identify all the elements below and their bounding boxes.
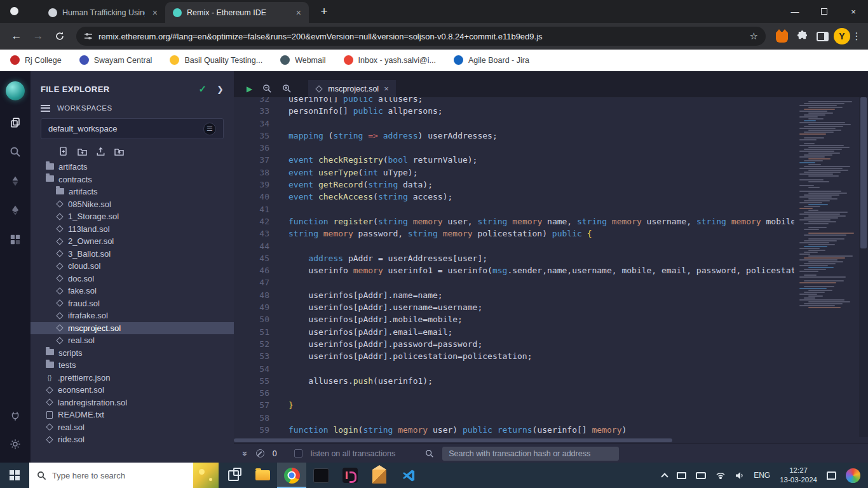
tree-item-doc-sol[interactable]: doc.sol (31, 273, 234, 285)
new-folder-icon[interactable] (78, 147, 87, 156)
tab-close-icon[interactable]: × (294, 8, 304, 18)
file-explorer-app[interactable] (248, 463, 277, 488)
listen-transactions-checkbox[interactable] (294, 449, 302, 458)
tree-item-085nike-sol[interactable]: 085Nike.sol (31, 198, 234, 211)
file-explorer-icon[interactable] (8, 116, 22, 130)
search-icon[interactable] (8, 145, 22, 159)
horizontal-scrollbar-thumb[interactable] (234, 438, 672, 442)
tray-chevron-up-icon[interactable] (661, 473, 668, 480)
minimize-button[interactable]: — (780, 0, 810, 23)
browser-menu-icon[interactable]: ⋮ (851, 30, 862, 42)
plugin-manager-icon[interactable] (8, 409, 22, 423)
run-play-icon[interactable]: ▶ (247, 85, 252, 93)
workspace-select[interactable]: default_workspace ☰ (41, 118, 224, 139)
settings-gear-icon[interactable] (8, 437, 22, 451)
upload-file-icon[interactable] (97, 147, 105, 156)
code-area[interactable]: 32userinfo[] public allusers;33personInf… (234, 97, 859, 437)
keyboard-icon[interactable] (696, 472, 706, 479)
editor-tab-mscproject[interactable]: mscproject.sol × (308, 80, 395, 97)
tree-item-3-ballot-sol[interactable]: 3_Ballot.sol (31, 248, 234, 261)
vscode-app[interactable] (394, 463, 423, 488)
wifi-icon[interactable] (715, 471, 726, 479)
tree-item-artifacts[interactable]: artifacts (31, 186, 234, 198)
profile-avatar[interactable]: Y (834, 28, 850, 44)
task-view-button[interactable] (219, 463, 248, 488)
forward-button[interactable]: → (28, 26, 48, 46)
tree-item-real-sol[interactable]: real.sol (31, 334, 234, 347)
tree-item-econsent-sol[interactable]: econsent.sol (31, 384, 234, 396)
bookmark-item[interactable]: Swayam Central (79, 55, 153, 65)
taskbar-search[interactable]: Type here to search (29, 463, 219, 488)
bookmark-item[interactable]: Basil Quality Testing... (170, 55, 262, 65)
back-button[interactable]: ← (6, 26, 27, 46)
tune-icon[interactable] (84, 32, 93, 41)
color-wheel-icon[interactable] (846, 468, 860, 483)
dark-app[interactable] (306, 463, 336, 488)
upload-folder-icon[interactable] (114, 147, 124, 156)
tree-item-113land-sol[interactable]: 113land.sol (31, 223, 234, 236)
tree-item-tests[interactable]: tests (31, 359, 234, 372)
zoom-in-icon[interactable] (282, 84, 292, 93)
workspaces-menu-icon[interactable] (41, 105, 50, 112)
chrome-app[interactable] (277, 463, 306, 488)
reload-button[interactable] (50, 26, 70, 46)
chevron-right-icon[interactable]: ❯ (217, 85, 224, 94)
minimap[interactable] (794, 97, 859, 437)
language-indicator[interactable]: ENG (754, 471, 770, 480)
url-text[interactable]: remix.ethereum.org/#lang=en&optimize=fal… (98, 32, 744, 41)
fox-extension-icon[interactable] (776, 32, 788, 43)
maximize-button[interactable] (810, 0, 839, 23)
pink-letters-app[interactable] (336, 463, 365, 488)
tree-item-readme-txt[interactable]: README.txt (31, 409, 234, 421)
solidity-compiler-icon[interactable] (8, 174, 22, 188)
terminal-search-input[interactable] (442, 447, 619, 461)
start-button[interactable] (0, 463, 29, 488)
tree-item-cloud-sol[interactable]: cloud.sol (31, 260, 234, 273)
tab-close-icon[interactable]: × (150, 8, 160, 18)
bookmark-item[interactable]: Inbox - yash.salvi@i... (344, 55, 436, 65)
new-file-icon[interactable] (60, 147, 68, 156)
file-explorer-header: FILE EXPLORER ✓ ❯ (31, 80, 234, 98)
deploy-run-icon[interactable] (8, 203, 22, 217)
tree-item-artifacts[interactable]: artifacts (31, 161, 234, 173)
tree-item-1-storage-sol[interactable]: 1_Storage.sol (31, 210, 234, 223)
address-bar[interactable]: remix.ethereum.org/#lang=en&optimize=fal… (76, 27, 766, 46)
block-transactions-icon[interactable] (256, 449, 264, 458)
bookmark-item[interactable]: Agile Board - Jira (454, 55, 529, 65)
tab-remix-ide[interactable]: Remix - Ethereum IDE × (165, 2, 309, 23)
tree-item-real-sol[interactable]: real.sol (31, 421, 234, 434)
workspace-options-button[interactable]: ☰ (203, 123, 216, 135)
extensions-puzzle-icon[interactable] (796, 30, 808, 43)
monitor-icon[interactable] (677, 472, 686, 479)
tree-item-landregistration-sol[interactable]: landregistration.sol (31, 396, 234, 409)
tree-item-2-owner-sol[interactable]: 2_Owner.sol (31, 235, 234, 248)
tree-item-scripts[interactable]: scripts (31, 347, 234, 360)
bookmark-item[interactable]: Rj College (10, 55, 62, 65)
new-tab-button[interactable]: + (315, 3, 333, 20)
tree-item-ifrafake-sol[interactable]: ifrafake.sol (31, 309, 234, 322)
bookmark-star-icon[interactable]: ☆ (750, 30, 758, 42)
close-button[interactable]: × (839, 0, 868, 23)
plugin-icon[interactable] (8, 233, 22, 247)
tree-item-fraud-sol[interactable]: fraud.sol (31, 297, 234, 310)
bookmark-item[interactable]: Webmail (280, 55, 325, 65)
volume-icon[interactable] (735, 471, 744, 480)
side-panel-icon[interactable] (817, 32, 829, 41)
tree-item-contracts[interactable]: contracts (31, 173, 234, 186)
clock[interactable]: 12:27 13-03-2024 (780, 466, 817, 485)
action-center-icon[interactable] (827, 471, 836, 480)
editor-tab-close-icon[interactable]: × (384, 84, 389, 93)
horizontal-scrollbar[interactable] (234, 437, 794, 444)
tab-human-trafficking[interactable]: Human Trafficking Using Face R × (41, 2, 165, 23)
vertical-scrollbar-thumb[interactable] (860, 97, 867, 248)
zoom-out-icon[interactable] (262, 84, 272, 93)
tree-item-fake-sol[interactable]: fake.sol (31, 285, 234, 297)
tree-item-ride-sol[interactable]: ride.sol (31, 433, 234, 446)
cube-app[interactable] (365, 463, 394, 488)
tree-item--prettierrc-json[interactable]: {}.prettierrc.json (31, 372, 234, 384)
tree-item-mscproject-sol[interactable]: mscproject.sol (31, 322, 234, 335)
expand-terminal-icon[interactable]: » (240, 451, 250, 456)
vertical-scrollbar[interactable] (859, 97, 868, 437)
search-widget-tile[interactable] (193, 463, 219, 488)
remix-logo[interactable] (6, 81, 25, 100)
